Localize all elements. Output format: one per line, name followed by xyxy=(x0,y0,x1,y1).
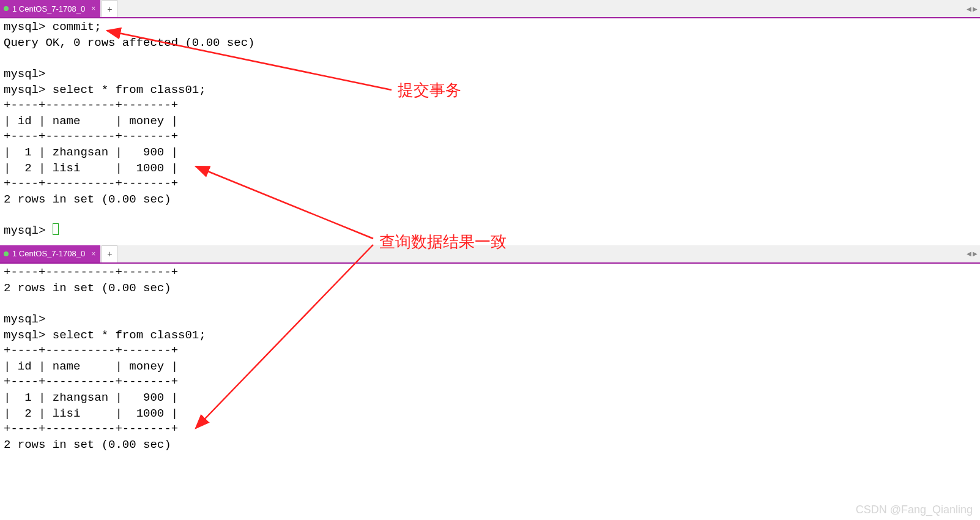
term-line: | id | name | money | xyxy=(4,360,178,373)
term-line: +----+----------+-------+ xyxy=(4,375,178,388)
term-line: 2 rows in set (0.00 sec) xyxy=(4,438,171,451)
tab-label: 1 CentOS_7-1708_0 xyxy=(12,4,85,13)
tab-centos-bottom[interactable]: 1 CentOS_7-1708_0 × xyxy=(0,245,100,262)
close-icon[interactable]: × xyxy=(91,250,95,258)
tab-scroll-arrows: ◀ ▶ xyxy=(967,245,978,262)
term-line: Query OK, 0 rows affected (0.00 sec) xyxy=(4,36,254,50)
term-line: | 1 | zhangsan | 900 | xyxy=(4,146,178,159)
term-line: mysql> xyxy=(4,224,53,237)
term-line: 2 rows in set (0.00 sec) xyxy=(4,193,171,206)
term-line: +----+----------+-------+ xyxy=(4,130,178,143)
term-line: | 2 | lisi | 1000 | xyxy=(4,162,178,175)
new-tab-button[interactable]: + xyxy=(102,245,117,262)
terminal-bottom[interactable]: +----+----------+-------+ 2 rows in set … xyxy=(0,264,980,459)
tab-centos-top[interactable]: 1 CentOS_7-1708_0 × xyxy=(0,0,100,17)
term-line: mysql> select * from class01; xyxy=(4,329,206,342)
term-line: mysql> select * from class01; xyxy=(4,83,206,97)
term-line: +----+----------+-------+ xyxy=(4,344,178,357)
status-dot-icon xyxy=(4,6,9,11)
term-line: +----+----------+-------+ xyxy=(4,266,178,279)
bottom-pane: 1 CentOS_7-1708_0 × + ◀ ▶ +----+--------… xyxy=(0,245,980,459)
term-line: mysql> xyxy=(4,67,45,81)
term-line: | id | name | money | xyxy=(4,114,178,128)
terminal-top[interactable]: mysql> commit; Query OK, 0 rows affected… xyxy=(0,18,980,245)
top-pane: 1 CentOS_7-1708_0 × + ◀ ▶ mysql> commit;… xyxy=(0,0,980,245)
tab-scroll-arrows: ◀ ▶ xyxy=(967,0,978,17)
term-line: +----+----------+-------+ xyxy=(4,177,178,190)
term-line: mysql> commit; xyxy=(4,20,102,34)
arrow-right-icon[interactable]: ▶ xyxy=(973,6,978,12)
arrow-left-icon[interactable]: ◀ xyxy=(967,250,971,257)
term-line: +----+----------+-------+ xyxy=(4,422,178,436)
term-line: +----+----------+-------+ xyxy=(4,98,178,112)
tab-bar-top: 1 CentOS_7-1708_0 × + ◀ ▶ xyxy=(0,0,980,18)
new-tab-button[interactable]: + xyxy=(102,0,117,17)
arrow-right-icon[interactable]: ▶ xyxy=(973,250,978,257)
close-icon[interactable]: × xyxy=(91,4,95,13)
watermark: CSDN @Fang_Qianling xyxy=(856,503,973,516)
status-dot-icon xyxy=(4,251,9,256)
term-line: mysql> xyxy=(4,313,45,326)
term-line: | 2 | lisi | 1000 | xyxy=(4,407,178,420)
term-line: | 1 | zhangsan | 900 | xyxy=(4,391,178,404)
tab-label: 1 CentOS_7-1708_0 xyxy=(12,249,85,258)
tab-bar-bottom: 1 CentOS_7-1708_0 × + ◀ ▶ xyxy=(0,245,980,264)
term-line: 2 rows in set (0.00 sec) xyxy=(4,281,171,295)
cursor-icon xyxy=(53,223,59,235)
arrow-left-icon[interactable]: ◀ xyxy=(967,6,971,12)
